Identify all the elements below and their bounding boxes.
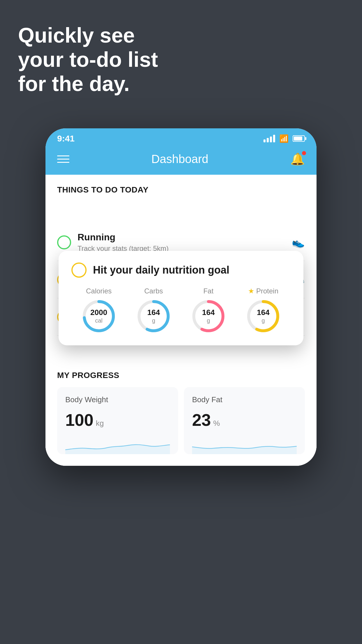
nutrition-floating-card: Hit your daily nutrition goal Calories 2…	[59, 251, 303, 345]
macro-protein: ★ Protein 164 g	[246, 287, 281, 334]
hero-heading: Quickly see your to-do list for the day.	[18, 23, 158, 96]
protein-donut: 164 g	[246, 299, 281, 334]
progress-cards: Body Weight 100 kg Body Fat	[57, 387, 305, 466]
body-fat-value-row: 23 %	[192, 410, 297, 430]
nutrition-checkbox[interactable]	[71, 262, 87, 278]
signal-icon	[263, 135, 275, 142]
card-title-row: Hit your daily nutrition goal	[71, 262, 291, 278]
macro-carbs: Carbs 164 g	[136, 287, 171, 334]
calories-unit: cal	[90, 317, 107, 324]
notification-button[interactable]: 🔔	[290, 152, 305, 166]
status-time: 9:41	[57, 134, 75, 144]
body-weight-value: 100	[65, 410, 94, 430]
progress-heading: MY PROGRESS	[57, 371, 305, 380]
nutrition-card-spacer	[45, 200, 317, 218]
todo-title-running: Running	[78, 232, 285, 243]
protein-label: ★ Protein	[248, 287, 278, 295]
body-weight-unit: kg	[96, 419, 104, 428]
nutrition-card-title: Hit your daily nutrition goal	[93, 264, 229, 276]
menu-button[interactable]	[57, 155, 69, 163]
carbs-value: 164	[147, 308, 160, 317]
things-to-do-heading: THINGS TO DO TODAY	[45, 175, 317, 200]
todo-circle-running	[57, 235, 71, 249]
calories-label: Calories	[86, 287, 112, 295]
app-bar: Dashboard 🔔	[45, 146, 317, 175]
body-fat-value: 23	[192, 410, 211, 430]
todo-text-running: Running Track your stats (target: 5km)	[78, 232, 285, 253]
progress-card-fat[interactable]: Body Fat 23 %	[184, 387, 305, 454]
notification-dot	[302, 151, 306, 155]
star-icon: ★	[248, 287, 254, 295]
carbs-unit: g	[147, 317, 160, 324]
body-fat-label: Body Fat	[192, 395, 297, 404]
fat-unit: g	[202, 317, 215, 324]
status-icons: 📶	[263, 134, 305, 143]
progress-card-weight[interactable]: Body Weight 100 kg	[57, 387, 178, 454]
calories-donut: 2000 cal	[81, 299, 116, 334]
carbs-donut: 164 g	[136, 299, 171, 334]
carbs-label: Carbs	[144, 287, 163, 295]
calories-value: 2000	[90, 308, 107, 317]
fat-label: Fat	[203, 287, 214, 295]
running-icon: 👟	[292, 236, 305, 249]
fat-value: 164	[202, 308, 215, 317]
status-bar: 9:41 📶	[45, 128, 317, 146]
macro-fat: Fat 164 g	[191, 287, 226, 334]
battery-icon	[293, 135, 305, 142]
body-weight-chart	[65, 437, 170, 454]
macros-row: Calories 2000 cal Carbs	[71, 287, 291, 334]
body-weight-value-row: 100 kg	[65, 410, 170, 430]
progress-section: MY PROGRESS Body Weight 100 kg	[45, 359, 317, 466]
fat-donut: 164 g	[191, 299, 226, 334]
app-bar-title: Dashboard	[151, 153, 208, 166]
protein-value: 164	[257, 308, 269, 317]
wifi-icon: 📶	[279, 134, 289, 143]
macro-calories: Calories 2000 cal	[81, 287, 116, 334]
body-fat-unit: %	[213, 419, 220, 428]
protein-unit: g	[257, 317, 269, 324]
body-weight-label: Body Weight	[65, 395, 170, 404]
body-fat-chart	[192, 437, 297, 454]
